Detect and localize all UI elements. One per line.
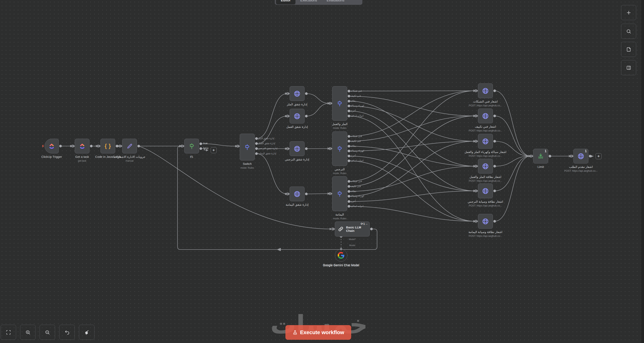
tab-editor[interactable]: Editor	[276, 0, 296, 4]
zoom-in-button[interactable]	[20, 325, 36, 340]
node-post-url: POST: https://api.aeghub.co...	[469, 235, 502, 238]
toggle-panel-button[interactable]	[621, 60, 636, 75]
fit-view-button[interactable]	[0, 325, 16, 340]
node-http_malaz[interactable]	[290, 86, 304, 101]
globe-icon	[482, 138, 489, 145]
model-port-label: Model*	[349, 238, 356, 240]
globe-icon	[482, 112, 489, 120]
node-sw_ma[interactable]	[332, 86, 347, 121]
switch-output-label: فني تكييف	[350, 185, 361, 188]
node-plus_final[interactable]: +	[596, 153, 602, 159]
globe-icon	[482, 163, 489, 170]
node-sublabel: get:task	[78, 160, 86, 162]
node-limit[interactable]: 1	[533, 149, 548, 164]
plus-icon	[626, 10, 632, 16]
sticky-note-button[interactable]	[621, 42, 636, 57]
execute-workflow-button[interactable]: Execute workflow	[286, 325, 351, 340]
zoom-out-button[interactable]	[40, 325, 55, 340]
switch-output-label: أخرى	[350, 154, 356, 157]
node-llm[interactable]: Basic LLM Chain⟳1→	[335, 222, 370, 236]
switch-output-label: نظافة	[350, 190, 356, 192]
node-post-url: POST: https://api.aeghub.co...	[469, 154, 502, 158]
zoom-out-icon	[44, 330, 50, 335]
limit-icon	[537, 153, 544, 160]
switch-output-label: إدارة شقق النرجس	[258, 147, 278, 150]
globe-icon	[482, 188, 489, 194]
switch-output-label: ادوات اضافية	[350, 205, 364, 208]
note-icon	[626, 47, 632, 52]
node-clickup[interactable]	[44, 139, 59, 154]
node-sublabel: mode: Rules	[333, 217, 346, 220]
switch-icon	[244, 144, 251, 150]
node-label: الملز والعمل	[332, 122, 348, 126]
node-label: اشعار فني الشبكات	[473, 100, 498, 103]
node-title: Basic LLM Chain	[346, 226, 370, 232]
switch-output-label: إدارة شقق العمل	[258, 142, 275, 145]
switch-output-label: كهرباء وسباكة	[350, 104, 364, 107]
switch-output-label: إدارة شقق الملز	[258, 137, 274, 140]
add-node-button[interactable]	[621, 5, 636, 20]
node-http_yamama[interactable]	[290, 186, 304, 201]
node-label: اليمامة	[336, 213, 344, 216]
switch-output-label: كهرباء وسباكة	[350, 150, 364, 152]
code-icon: { }	[105, 143, 111, 149]
edge-label-true: true	[203, 142, 208, 145]
tidy-up-button[interactable]	[79, 325, 94, 340]
switch-output-label: ادوات اضافية	[350, 159, 364, 162]
undo-icon	[64, 330, 70, 335]
node-r6[interactable]	[478, 214, 493, 228]
node-r4[interactable]	[478, 159, 493, 174]
node-sublabel: mode: Rules	[333, 172, 346, 175]
node-r5[interactable]	[478, 184, 493, 198]
node-http_amal[interactable]	[290, 109, 304, 124]
node-gemini[interactable]	[335, 249, 347, 262]
switch-output-label: فني تكييف	[350, 140, 361, 142]
if-icon	[188, 143, 195, 150]
node-label: إدارة شقق الملز	[287, 102, 307, 106]
node-switch1[interactable]	[240, 134, 255, 160]
globe-icon	[482, 87, 489, 94]
node-code[interactable]: { }	[100, 139, 115, 154]
node-label: اشعار نظافة وصيانة النرجس	[468, 200, 503, 204]
switch-icon	[336, 145, 343, 152]
search-button[interactable]	[621, 24, 636, 39]
node-sw_n[interactable]	[332, 132, 347, 166]
node-get_task[interactable]	[75, 139, 90, 154]
node-if1[interactable]	[184, 139, 199, 154]
node-post-url: POST: https://api.aeghub.co...	[469, 180, 502, 182]
node-r1[interactable]	[478, 84, 493, 98]
node-http_narjis[interactable]	[290, 141, 304, 156]
switch-output-label: فني شبكات	[350, 135, 362, 138]
node-label: Get a task	[75, 155, 89, 158]
node-r2[interactable]	[478, 108, 493, 123]
node-label: ClickUp Trigger	[42, 155, 62, 158]
node-label: Google Gemini Chat Model	[319, 263, 363, 268]
node-label: If1	[190, 155, 193, 158]
items-count-badge: 1	[585, 150, 587, 153]
switch-output-label: فني شبكات	[350, 180, 362, 182]
node-sublabel: mode: Rules	[333, 127, 346, 130]
node-label: إدارة شقق النرجس	[285, 158, 309, 161]
items-count-badge: ⟳1→	[360, 222, 368, 226]
node-final[interactable]: 1	[574, 149, 588, 164]
search-icon	[626, 28, 632, 34]
globe-icon	[294, 90, 301, 97]
fit-view-icon	[6, 330, 11, 335]
node-sublabel: mode: Rules	[240, 166, 254, 169]
node-plus_if[interactable]: +	[211, 147, 217, 153]
node-groups[interactable]	[122, 139, 137, 154]
tab-executions[interactable]: Executions	[296, 0, 322, 4]
node-label: النرجس	[335, 168, 345, 171]
flask-icon	[292, 330, 298, 335]
pencil-icon	[126, 143, 133, 150]
workflow-canvas[interactable]: ClickUp TriggerGet a taskget:task{ }Code…	[0, 0, 644, 343]
node-sw_y[interactable]	[332, 176, 347, 211]
undo-button[interactable]	[59, 325, 75, 340]
switch-output-label: إدارة شقق اليمامة	[258, 152, 276, 155]
tab-evaluations[interactable]: Evaluations	[322, 0, 349, 4]
globe-icon	[482, 218, 489, 225]
switch-output-label: فني تكييف	[350, 94, 361, 97]
node-r3[interactable]	[478, 134, 493, 148]
model-port-label: Model	[349, 244, 355, 246]
switch-output-label: ادوات اضافية	[350, 114, 364, 117]
